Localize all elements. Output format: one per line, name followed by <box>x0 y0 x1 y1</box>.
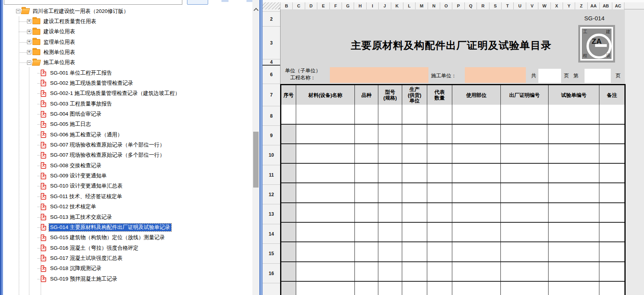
table-cell[interactable] <box>452 223 501 242</box>
table-cell[interactable] <box>355 282 378 295</box>
tree-file-label[interactable]: SG-017 混凝土试块强度汇总表 <box>49 254 124 262</box>
table-cell[interactable] <box>599 262 624 282</box>
table-cell[interactable] <box>427 105 452 124</box>
table-cell[interactable] <box>501 262 549 282</box>
table-cell[interactable] <box>501 164 549 183</box>
page-number-field[interactable] <box>585 69 611 83</box>
row-header-4[interactable]: 4 <box>263 59 280 65</box>
column-header-S[interactable]: S <box>489 2 502 9</box>
tree-row[interactable]: XSG-016 混凝土（弯拉）强度合格评定 <box>3 243 252 253</box>
tree-row[interactable]: XSG-013 施工技术交底记录 <box>3 212 252 222</box>
column-header-B[interactable]: B <box>281 2 293 9</box>
table-cell[interactable] <box>402 164 427 183</box>
column-header-K[interactable]: K <box>391 2 403 9</box>
table-cell[interactable] <box>402 203 427 223</box>
table-cell[interactable] <box>355 223 378 242</box>
table-cell[interactable] <box>378 262 402 282</box>
table-cell[interactable] <box>355 105 378 124</box>
tree-file-label[interactable]: SG-002-1 施工现场质量管理检查记录（建筑边坡工程） <box>49 89 181 97</box>
column-header-L[interactable]: L <box>403 2 416 9</box>
tree-file-label[interactable]: SG-010 设计变更通知单汇总表 <box>49 182 124 190</box>
contractor-field[interactable] <box>465 67 526 83</box>
column-header-N[interactable]: N <box>428 2 440 9</box>
table-cell[interactable] <box>296 164 355 183</box>
tree-file-label[interactable]: SG-001 单位工程开工报告 <box>49 69 113 77</box>
tree-file-label[interactable]: SG-004 图纸会审记录 <box>49 110 103 118</box>
tree-row[interactable]: XSG-017 混凝土试块强度汇总表 <box>3 253 252 263</box>
column-header-G[interactable]: G <box>342 2 354 9</box>
table-cell[interactable] <box>599 105 624 124</box>
table-cell[interactable] <box>378 105 402 124</box>
table-cell[interactable] <box>599 203 624 223</box>
column-header-AC[interactable]: AC <box>612 2 624 9</box>
column-header-Y[interactable]: Y <box>563 2 575 9</box>
tree-scrollbar[interactable] <box>252 0 259 295</box>
table-cell[interactable] <box>355 203 378 223</box>
column-header-D[interactable]: D <box>305 2 317 9</box>
tree-row[interactable]: XSG-007 现场验收检查原始记录（单个部位一行） <box>3 140 252 150</box>
column-header-E[interactable]: E <box>317 2 329 9</box>
tree-row[interactable]: XSG-002-1 施工现场质量管理检查记录（建筑边坡工程） <box>3 88 252 99</box>
expand-toggle[interactable]: + <box>27 19 31 23</box>
tree-row[interactable]: XSG-010 设计变更通知单汇总表 <box>3 181 252 191</box>
table-cell[interactable] <box>549 262 599 282</box>
table-cell[interactable] <box>501 223 549 242</box>
tree-row[interactable]: +监理单位用表 <box>3 37 252 47</box>
table-cell[interactable] <box>296 262 355 282</box>
active-cell[interactable] <box>281 105 296 124</box>
column-header-Z[interactable]: Z <box>575 2 587 9</box>
tree-file-label[interactable]: SG-006 施工检查记录（通用） <box>49 131 124 139</box>
table-cell[interactable] <box>355 125 378 144</box>
column-header-W[interactable]: W <box>538 2 550 9</box>
row-header-6[interactable]: 6 <box>263 66 280 84</box>
table-cell[interactable] <box>296 105 355 124</box>
table-cell[interactable] <box>452 105 501 124</box>
row-header-7[interactable]: 7 <box>263 84 280 106</box>
tree-row[interactable]: +建设工程质量责任用表 <box>3 16 252 27</box>
column-header-Q[interactable]: Q <box>465 2 477 9</box>
table-cell[interactable] <box>452 144 501 164</box>
table-cell[interactable] <box>427 144 452 164</box>
table-cell[interactable] <box>296 183 355 203</box>
column-header-P[interactable]: P <box>452 2 464 9</box>
column-header-T[interactable]: T <box>502 2 514 9</box>
row-header-3[interactable]: 3 <box>263 27 280 59</box>
table-cell[interactable] <box>378 203 402 223</box>
table-cell[interactable] <box>378 125 402 144</box>
tree-file-label[interactable]: SG-007 现场验收检查原始记录（单个部位一行） <box>49 141 166 149</box>
table-cell[interactable] <box>549 183 599 203</box>
row-header-2[interactable]: 2 <box>263 12 280 27</box>
table-cell[interactable] <box>549 242 599 262</box>
table-cell[interactable] <box>378 282 402 295</box>
table-cell[interactable] <box>378 183 402 203</box>
column-header-R[interactable]: R <box>477 2 489 9</box>
table-cell[interactable] <box>599 242 624 262</box>
table-cell[interactable] <box>427 125 452 144</box>
tree-folder-label[interactable]: 建设单位用表 <box>42 28 76 36</box>
column-header-F[interactable]: F <box>330 2 342 9</box>
table-cell[interactable] <box>402 262 427 282</box>
table-cell[interactable] <box>378 223 402 242</box>
tree-row[interactable]: XSG-011 技术、经济签证核定单 <box>3 191 252 202</box>
table-cell[interactable] <box>402 242 427 262</box>
column-header-X[interactable]: X <box>551 2 563 9</box>
table-cell[interactable] <box>599 144 624 164</box>
table-cell[interactable] <box>296 144 355 164</box>
table-cell[interactable] <box>296 282 355 295</box>
toolbar-button-fragment[interactable] <box>246 0 252 2</box>
table-cell[interactable] <box>452 262 501 282</box>
table-cell[interactable] <box>427 183 452 203</box>
tree-row[interactable]: XSG-004 图纸会审记录 <box>3 109 252 120</box>
table-cell[interactable] <box>355 242 378 262</box>
table-cell[interactable] <box>549 203 599 223</box>
column-header-M[interactable]: M <box>416 2 428 9</box>
table-cell[interactable] <box>402 223 427 242</box>
table-cell[interactable] <box>599 183 624 203</box>
table-cell[interactable] <box>501 183 549 203</box>
table-cell[interactable] <box>427 282 452 295</box>
tree-row[interactable]: XSG-007 现场验收检查原始记录（多个部位一行） <box>3 150 252 161</box>
collapse-toggle[interactable]: − <box>16 9 20 13</box>
table-cell[interactable] <box>549 105 599 124</box>
row-header-11[interactable]: 11 <box>263 165 280 185</box>
table-cell[interactable] <box>599 125 624 144</box>
